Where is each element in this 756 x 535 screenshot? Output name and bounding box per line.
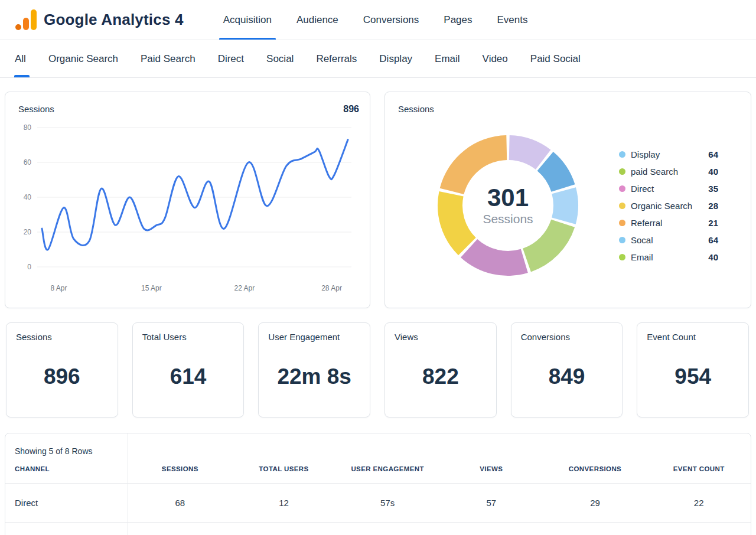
legend-row[interactable]: Organic Search 28 bbox=[619, 197, 718, 214]
filter-all[interactable]: All bbox=[4, 40, 37, 77]
legend-dot-icon bbox=[619, 237, 625, 243]
svg-text:80: 80 bbox=[24, 123, 32, 132]
table-row-partial bbox=[5, 523, 128, 535]
legend-dot-icon bbox=[619, 203, 625, 209]
kpi-card-event-count: Event Count 954 bbox=[637, 322, 749, 417]
table-cell: 57s bbox=[335, 484, 439, 523]
col-header-sessions: Sessions bbox=[128, 459, 232, 484]
primary-nav: Acquisition Audience Conversions Pages E… bbox=[211, 0, 540, 40]
legend-dot-icon bbox=[619, 185, 625, 192]
donut-chart-title: Sessions bbox=[398, 104, 434, 114]
legend-row[interactable]: Referral 21 bbox=[619, 214, 718, 231]
filter-organic-search[interactable]: Organic Search bbox=[37, 40, 129, 77]
filter-email[interactable]: Email bbox=[423, 40, 471, 77]
table-row-count: Showing 5 of 8 Rows bbox=[5, 433, 128, 459]
sessions-line-card: Sessions 896 0204060808 Apr15 Apr22 Apr2… bbox=[5, 92, 370, 308]
tab-pages[interactable]: Pages bbox=[431, 0, 484, 40]
svg-text:28 Apr: 28 Apr bbox=[321, 284, 342, 292]
analytics-logo-icon bbox=[14, 9, 37, 31]
svg-text:60: 60 bbox=[24, 158, 32, 167]
legend-dot-icon bbox=[619, 220, 625, 226]
legend-row[interactable]: Email 40 bbox=[619, 249, 718, 266]
kpi-card-user-engagement: User Engagement 22m 8s bbox=[258, 322, 370, 417]
kpi-card-conversions: Conversions 849 bbox=[511, 322, 623, 417]
svg-text:20: 20 bbox=[24, 228, 32, 236]
table-cell: 68 bbox=[128, 484, 232, 523]
svg-text:8 Apr: 8 Apr bbox=[50, 284, 67, 292]
legend-dot-icon bbox=[619, 168, 625, 175]
channels-table: Showing 5 of 8 Rows Channel Sessions Tot… bbox=[5, 433, 751, 535]
tab-acquisition[interactable]: Acquisition bbox=[211, 0, 284, 40]
svg-text:22 Apr: 22 Apr bbox=[234, 284, 255, 292]
table-cell: 22 bbox=[647, 484, 751, 523]
sessions-donut-card: Sessions 301 Sessions Display 64 paid Se… bbox=[384, 92, 751, 308]
legend-row[interactable]: Socal 64 bbox=[619, 231, 718, 249]
line-chart-total: 896 bbox=[343, 104, 359, 115]
top-header: Google Analytics 4 Acquisition Audience … bbox=[0, 0, 756, 40]
col-header-event-count: Event Count bbox=[647, 459, 751, 484]
filter-display[interactable]: Display bbox=[368, 40, 423, 77]
sessions-donut-chart: 301 Sessions bbox=[422, 119, 594, 292]
line-chart-title: Sessions bbox=[18, 104, 54, 114]
col-header-user-engagement: User Engagement bbox=[335, 459, 439, 484]
donut-legend: Display 64 paid Search 40 Direct 35 Orga… bbox=[619, 146, 718, 266]
svg-text:40: 40 bbox=[24, 193, 32, 201]
svg-text:15 Apr: 15 Apr bbox=[141, 284, 162, 292]
filter-social[interactable]: Social bbox=[255, 40, 305, 77]
filter-direct[interactable]: Direct bbox=[207, 40, 255, 77]
legend-row[interactable]: Direct 35 bbox=[619, 180, 718, 197]
channels-table-card: Showing 5 of 8 Rows Channel Sessions Tot… bbox=[5, 433, 751, 535]
kpi-row: Sessions 896 Total Users 614 User Engage… bbox=[0, 308, 756, 417]
legend-dot-icon bbox=[619, 151, 625, 158]
tab-audience[interactable]: Audience bbox=[284, 0, 351, 40]
col-header-views: Views bbox=[439, 459, 543, 484]
kpi-card-total-users: Total Users 614 bbox=[132, 322, 245, 417]
filter-paid-search[interactable]: Paid Search bbox=[129, 40, 207, 77]
col-header-total-users: Total Users bbox=[232, 459, 336, 484]
filter-paid-social[interactable]: Paid Social bbox=[519, 40, 592, 77]
svg-text:0: 0 bbox=[27, 263, 31, 271]
tab-events[interactable]: Events bbox=[485, 0, 540, 40]
legend-dot-icon bbox=[619, 254, 625, 260]
table-cell-channel: Direct bbox=[5, 484, 128, 523]
table-cell: 57 bbox=[439, 484, 543, 523]
table-cell: 29 bbox=[543, 484, 647, 523]
legend-row[interactable]: paid Search 40 bbox=[619, 163, 718, 180]
tab-conversions[interactable]: Conversions bbox=[351, 0, 432, 40]
col-header-channel: Channel bbox=[5, 459, 128, 484]
table-cell: 12 bbox=[232, 484, 336, 523]
sessions-line-chart: 0204060808 Apr15 Apr22 Apr28 Apr bbox=[5, 116, 370, 302]
charts-row: Sessions 896 0204060808 Apr15 Apr22 Apr2… bbox=[0, 78, 756, 308]
filter-referrals[interactable]: Referrals bbox=[305, 40, 368, 77]
col-header-conversions: Conversions bbox=[543, 459, 647, 484]
legend-row[interactable]: Display 64 bbox=[619, 146, 718, 163]
channel-filter-nav: All Organic Search Paid Search Direct So… bbox=[0, 40, 756, 78]
kpi-card-sessions: Sessions 896 bbox=[6, 322, 118, 417]
kpi-card-views: Views 822 bbox=[384, 322, 497, 417]
filter-video[interactable]: Video bbox=[471, 40, 519, 77]
brand: Google Analytics 4 bbox=[14, 9, 184, 31]
app-title: Google Analytics 4 bbox=[44, 11, 184, 29]
